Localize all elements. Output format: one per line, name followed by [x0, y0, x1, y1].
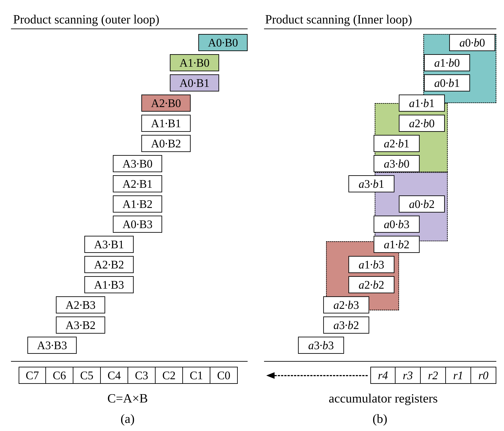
outer-cell-11: A2·B2 — [84, 256, 134, 273]
outer-cell-2: A0·B1 — [170, 74, 219, 92]
inner-cell-9: a0·b3 — [374, 216, 420, 233]
left-bottom-rule — [11, 361, 248, 362]
right-caption: accumulator registers — [329, 391, 438, 406]
outer-cell-6: A3·B0 — [113, 155, 162, 172]
outer-cell-9: A0·B3 — [113, 216, 162, 233]
left-top-rule — [11, 28, 248, 29]
outer-cell-4: A1·B1 — [141, 115, 191, 132]
inner-loop-title: Product scanning (Inner loop) — [265, 12, 412, 26]
outer-cell-10: A3·B1 — [84, 236, 134, 253]
inner-cell-5: a2·b1 — [374, 135, 420, 152]
outer-cell-1: A1·B0 — [170, 54, 219, 71]
right-result-row: r4 r3 r2 r1 r0 — [370, 367, 496, 384]
outer-cell-15: A3·B3 — [27, 337, 77, 354]
inner-cell-11: a1·b3 — [348, 256, 395, 273]
outer-cell-5: A0·B2 — [141, 135, 191, 152]
outer-cell-14: A3·B2 — [56, 317, 105, 334]
result-c0: C0 — [210, 367, 238, 384]
inner-cell-4: a2·b0 — [399, 115, 445, 132]
result-r1: r1 — [446, 367, 471, 384]
inner-cell-8: a0·b2 — [399, 196, 445, 213]
right-top-rule — [264, 28, 496, 29]
inner-cell-1: a1·b0 — [424, 54, 470, 71]
outer-cell-8: A1·B2 — [113, 196, 162, 213]
arrow-dashed-line — [275, 375, 368, 376]
inner-cell-6: a3·b0 — [374, 155, 420, 172]
inner-cell-7: a3·b1 — [348, 175, 395, 192]
result-r3: r3 — [396, 367, 421, 384]
result-c6: C6 — [46, 367, 73, 384]
inner-cell-3: a1·b1 — [399, 94, 445, 112]
inner-cell-0: a0·b0 — [449, 34, 495, 51]
result-r2: r2 — [421, 367, 446, 384]
left-caption: C=A×B — [107, 391, 148, 406]
inner-cell-10: a1·b2 — [374, 236, 420, 253]
result-c4: C4 — [101, 367, 128, 384]
result-c7: C7 — [19, 367, 46, 384]
result-c2: C2 — [156, 367, 183, 384]
arrow-head-icon — [266, 372, 275, 379]
left-result-row: C7 C6 C5 C4 C3 C2 C1 C0 — [19, 367, 238, 384]
outer-cell-12: A1·B3 — [84, 276, 134, 293]
inner-cell-15: a3·b3 — [298, 337, 344, 354]
outer-loop-title: Product scanning (outer loop) — [13, 12, 159, 26]
inner-cell-2: a0·b1 — [424, 74, 470, 92]
left-sub: (a) — [120, 411, 135, 426]
outer-cell-7: A2·B1 — [113, 175, 162, 192]
result-r0: r0 — [471, 367, 496, 384]
inner-cell-14: a3·b2 — [323, 317, 369, 334]
outer-cell-13: A2·B3 — [56, 296, 105, 313]
result-c3: C3 — [128, 367, 156, 384]
inner-cell-13: a2·b3 — [323, 296, 369, 313]
result-c1: C1 — [183, 367, 210, 384]
outer-cell-0: A0·B0 — [198, 34, 248, 51]
outer-cell-3: A2·B0 — [141, 94, 191, 112]
inner-cell-12: a2·b2 — [348, 276, 395, 293]
right-bottom-rule — [264, 361, 496, 362]
right-sub: (b) — [372, 411, 387, 426]
result-c5: C5 — [73, 367, 101, 384]
result-r4: r4 — [370, 367, 396, 384]
